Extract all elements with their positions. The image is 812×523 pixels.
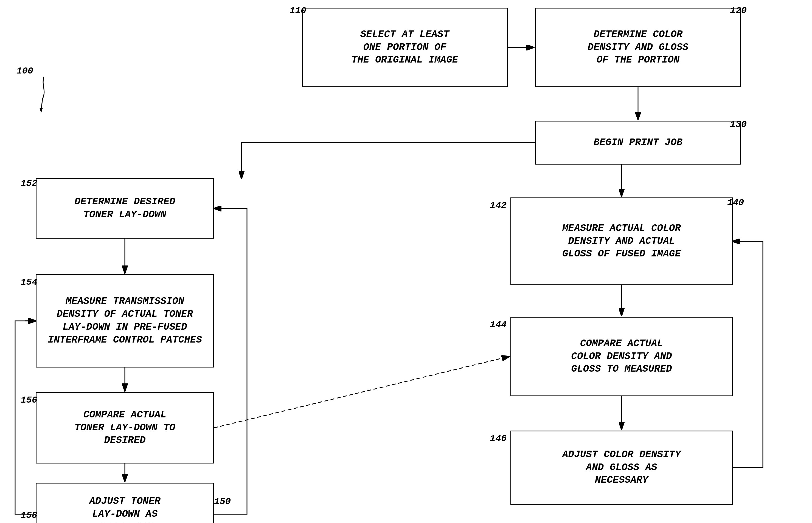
- ref-142: 142: [490, 200, 507, 211]
- box-156: COMPARE ACTUALTONER LAY-DOWN TODESIRED: [36, 392, 214, 464]
- box-152: DETERMINE DESIREDTONER LAY-DOWN: [36, 178, 214, 239]
- ref-144: 144: [490, 320, 507, 330]
- ref-152: 152: [21, 178, 37, 189]
- svg-marker-2: [40, 108, 42, 112]
- ref-158: 158: [21, 510, 37, 521]
- ref-156: 156: [21, 395, 37, 405]
- box-142: MEASURE ACTUAL COLORDENSITY AND ACTUALGL…: [510, 197, 733, 285]
- box-110: SELECT AT LEASTONE PORTION OFTHE ORIGINA…: [302, 8, 508, 87]
- ref-150: 150: [214, 497, 231, 507]
- box-158: ADJUST TONERLAY-DOWN ASNECESSARY: [36, 483, 214, 523]
- diagram: 100 SELECT AT LEASTONE PORTION OFTHE ORI…: [0, 0, 812, 523]
- svg-line-9: [214, 357, 509, 428]
- ref-130: 130: [730, 119, 747, 130]
- box-146: ADJUST COLOR DENSITYAND GLOSS ASNECESSAR…: [510, 431, 733, 505]
- ref-154: 154: [21, 277, 37, 287]
- ref-100: 100: [16, 66, 33, 76]
- ref-140: 140: [727, 197, 744, 208]
- ref-110: 110: [289, 5, 306, 16]
- box-154: MEASURE TRANSMISSIONDENSITY OF ACTUAL TO…: [36, 274, 214, 367]
- ref-120: 120: [730, 5, 747, 16]
- box-144: COMPARE ACTUALCOLOR DENSITY ANDGLOSS TO …: [510, 317, 733, 396]
- box-130: BEGIN PRINT JOB: [535, 121, 741, 165]
- ref-146: 146: [490, 433, 507, 444]
- box-120: DETERMINE COLORDENSITY AND GLOSSOF THE P…: [535, 8, 741, 87]
